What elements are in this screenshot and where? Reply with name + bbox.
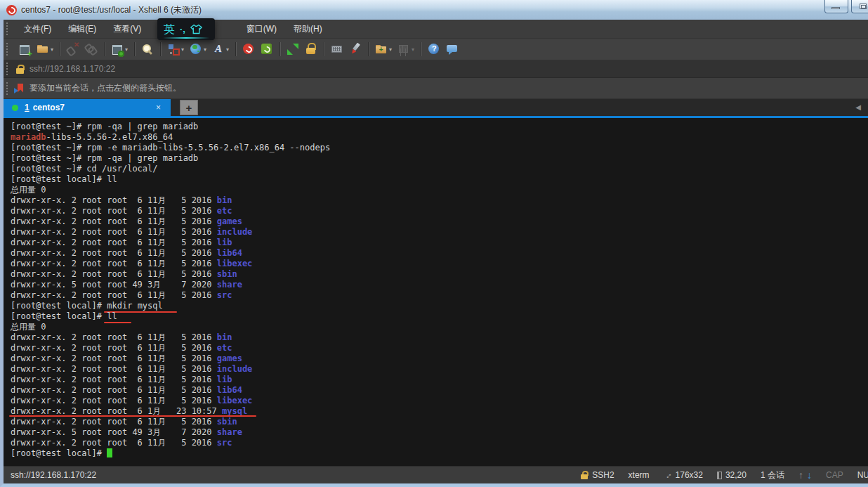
- noticebar-gripper[interactable]: [6, 82, 10, 95]
- scroll-up-icon[interactable]: ↑: [798, 469, 803, 481]
- tab-close-icon[interactable]: ×: [153, 103, 164, 112]
- disconnect-icon: [67, 43, 79, 56]
- menu-item-6[interactable]: 帮助(H): [285, 20, 331, 38]
- menu-item-5[interactable]: 窗口(W): [238, 20, 285, 38]
- noticebar: 要添加当前会话，点击左侧的箭头按钮。: [4, 78, 868, 99]
- xshell-window: centos7 - root@test:/usr/local - Xshell …: [0, 0, 868, 487]
- window-controls: [824, 0, 868, 13]
- cursor-position: 32,20: [717, 470, 747, 480]
- find-button[interactable]: [139, 41, 156, 57]
- font-icon: [212, 43, 225, 56]
- terminal-type: xterm: [629, 470, 650, 480]
- maximize-icon: [860, 4, 867, 9]
- tile-layout-button: ▾: [395, 41, 416, 57]
- terminal-line: [root@test local]#: [11, 448, 868, 459]
- toolbar-separator: [160, 42, 161, 56]
- terminal-line: 总用量 0: [11, 322, 868, 332]
- add-session-flag-icon[interactable]: [15, 84, 24, 93]
- toolbar-separator: [235, 42, 236, 56]
- dropdown-caret-icon[interactable]: ▾: [51, 46, 53, 53]
- new-tab-button[interactable]: +: [180, 100, 198, 115]
- open-session-icon: [37, 43, 49, 56]
- terminal-line: [root@test local]# mkdir mysql: [11, 301, 868, 311]
- encoding-globe-button[interactable]: ▾: [188, 41, 209, 57]
- terminal-output[interactable]: [root@test ~]# rpm -qa | grep mariadbmar…: [4, 118, 868, 466]
- fullscreen-icon: [287, 43, 299, 56]
- session-properties-icon: [111, 43, 124, 56]
- terminal-line: [root@test ~]# rpm -qa | grep mariadb: [11, 153, 868, 164]
- menu-item-2[interactable]: 编辑(E): [60, 20, 105, 38]
- compose-button[interactable]: ▾: [165, 41, 186, 57]
- terminal-size: ↔ 176x32: [664, 470, 703, 480]
- new-session-button[interactable]: [16, 41, 33, 57]
- notice-text: 要添加当前会话，点击左侧的箭头按钮。: [29, 82, 181, 94]
- xftp-button[interactable]: [258, 41, 275, 57]
- minimize-icon: [831, 7, 840, 9]
- new-folder-button[interactable]: ▾: [373, 41, 394, 57]
- font-button[interactable]: ▾: [210, 41, 231, 57]
- terminal-line: drwxr-xr-x. 5 root root 49 3月 7 2020 sha…: [11, 427, 868, 438]
- address-url[interactable]: ssh://192.168.1.170:22: [29, 64, 115, 74]
- addressbar: ssh://192.168.1.170:22: [4, 60, 868, 78]
- titlebar[interactable]: centos7 - root@test:/usr/local - Xshell …: [0, 0, 868, 20]
- highlight-pen-button[interactable]: [347, 41, 364, 57]
- terminal-line: 总用量 0: [11, 185, 868, 195]
- terminal-line: drwxr-xr-x. 2 root root 6 11月 5 2016 src: [11, 290, 868, 301]
- ime-mode-label: 英: [164, 24, 175, 35]
- dropdown-caret-icon[interactable]: ▾: [181, 46, 184, 53]
- terminal-line: drwxr-xr-x. 2 root root 6 11月 5 2016 lib…: [11, 248, 868, 259]
- scroll-down-icon[interactable]: ↓: [807, 469, 812, 481]
- xshell-logo-icon: [242, 43, 255, 56]
- terminal-line: [root@test ~]# rpm -qa | grep mariadb: [11, 122, 868, 132]
- reconnect-icon: [85, 43, 98, 56]
- compose-icon: [167, 43, 180, 56]
- open-session-button[interactable]: ▾: [34, 41, 55, 57]
- window-title: centos7 - root@test:/usr/local - Xshell …: [21, 4, 202, 16]
- tabbar: 1 centos7 × + ◀: [4, 99, 868, 118]
- lock-screen-button[interactable]: [303, 41, 320, 57]
- menu-item-3[interactable]: 查看(V): [105, 20, 150, 38]
- terminal-line: [root@test local]# ll: [11, 174, 868, 185]
- new-folder-icon: [375, 43, 388, 56]
- statusbar-right: SSH2 xterm ↔ 176x32 32,20 1 会话 ↑ ↓ CAP N…: [580, 469, 868, 481]
- dropdown-caret-icon[interactable]: ▾: [226, 46, 229, 53]
- dropdown-caret-icon[interactable]: ▾: [125, 46, 128, 53]
- dropdown-caret-icon[interactable]: ▾: [204, 46, 206, 53]
- feedback-button[interactable]: [444, 41, 461, 57]
- help-button[interactable]: [426, 41, 442, 57]
- toolbar-gripper[interactable]: [6, 43, 10, 56]
- menubar-gripper[interactable]: [6, 22, 10, 35]
- highlight-pen-icon: [349, 43, 362, 56]
- menubar: 文件(F)编辑(E)查看(V)工具(T)窗口(W)帮助(H): [4, 20, 868, 39]
- toolbar-separator: [421, 42, 421, 56]
- toolbar-separator: [324, 42, 324, 56]
- toolbar-separator: [60, 42, 60, 56]
- terminal-line: drwxr-xr-x. 2 root root 6 11月 5 2016 lib: [11, 238, 868, 248]
- virtual-keyboard-button[interactable]: [329, 41, 346, 57]
- terminal-line: drwxr-xr-x. 2 root root 6 11月 5 2016 etc: [11, 343, 868, 353]
- fullscreen-button[interactable]: [284, 41, 301, 57]
- dropdown-caret-icon[interactable]: ▾: [412, 46, 414, 53]
- session-properties-button[interactable]: ▾: [109, 41, 130, 57]
- addressbar-gripper[interactable]: [6, 63, 10, 75]
- toolbar-separator: [368, 42, 369, 56]
- encoding-globe-icon: [190, 43, 202, 56]
- menu-item-1[interactable]: 文件(F): [15, 20, 60, 38]
- terminal-line: drwxr-xr-x. 5 root root 49 3月 7 2020 sha…: [11, 280, 868, 290]
- tab-centos7[interactable]: 1 centos7 ×: [4, 99, 171, 116]
- ime-punctuation-icon: ·,: [180, 24, 185, 34]
- minimize-button[interactable]: [824, 0, 848, 13]
- terminal-line: drwxr-xr-x. 2 root root 6 11月 5 2016 lib…: [11, 396, 868, 406]
- xshell-logo-button[interactable]: [240, 41, 257, 57]
- session-status-dot: [12, 105, 18, 111]
- dropdown-caret-icon[interactable]: ▾: [389, 46, 392, 53]
- terminal-line: [root@test ~]# rpm -e mariadb-libs-5.5.5…: [11, 143, 868, 153]
- terminal-line: drwxr-xr-x. 2 root root 6 11月 5 2016 gam…: [11, 216, 868, 227]
- disconnect-button: [65, 41, 81, 57]
- caps-lock-indicator: CAP: [826, 470, 843, 480]
- maximize-button[interactable]: [851, 0, 868, 13]
- terminal-line: drwxr-xr-x. 2 root root 6 11月 5 2016 gam…: [11, 353, 868, 364]
- tab-scroll-left-icon[interactable]: ◀: [855, 103, 861, 111]
- terminal-line: drwxr-xr-x. 2 root root 6 11月 5 2016 etc: [11, 206, 868, 216]
- find-icon: [141, 43, 154, 56]
